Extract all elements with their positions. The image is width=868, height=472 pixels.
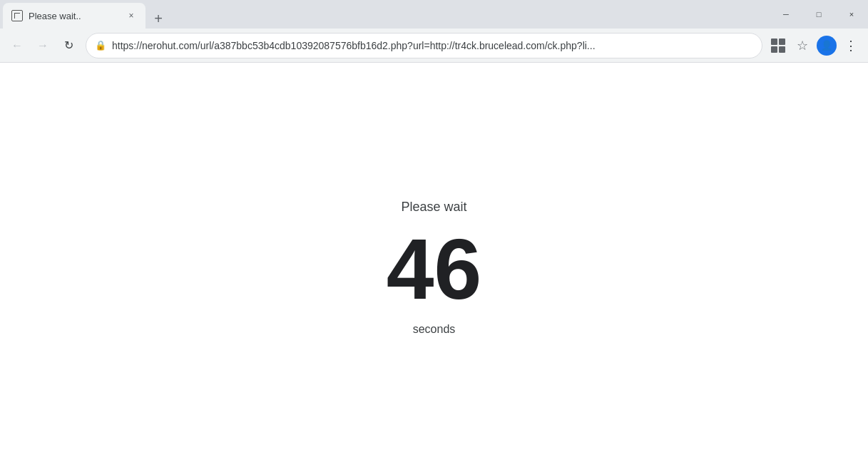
- tab-favicon: [11, 10, 23, 21]
- reload-button[interactable]: ↻: [57, 34, 80, 57]
- tab-title: Please wait..: [29, 11, 120, 21]
- nav-right-controls: ☆ 👤 ⋮: [768, 34, 862, 57]
- back-button[interactable]: ←: [6, 34, 29, 57]
- window-controls: ─ □ ×: [770, 0, 868, 29]
- page-content: Please wait 46 seconds: [0, 63, 868, 472]
- forward-button[interactable]: →: [31, 34, 54, 57]
- back-icon: ←: [11, 39, 23, 52]
- security-lock-icon: 🔒: [95, 40, 106, 51]
- seconds-label: seconds: [413, 323, 456, 336]
- url-text: https://nerohut.com/url/a387bbc53b4cdb10…: [112, 40, 753, 51]
- close-button[interactable]: ×: [835, 0, 868, 29]
- countdown-number: 46: [387, 226, 481, 312]
- extensions-grid-icon: [771, 39, 785, 53]
- browser-window: Please wait.. × + ─ □ × ← → ↻ 🔒 https://…: [0, 0, 868, 472]
- wait-label: Please wait: [401, 200, 466, 215]
- new-tab-button[interactable]: +: [148, 9, 168, 29]
- bookmark-button[interactable]: ☆: [791, 34, 814, 57]
- active-tab[interactable]: Please wait.. ×: [3, 3, 145, 29]
- menu-dots-icon: ⋮: [844, 38, 858, 53]
- reload-icon: ↻: [64, 39, 73, 52]
- maximize-button[interactable]: □: [802, 0, 835, 29]
- navigation-bar: ← → ↻ 🔒 https://nerohut.com/url/a387bbc5…: [0, 29, 868, 63]
- tab-strip: Please wait.. × +: [0, 0, 770, 29]
- star-icon: ☆: [797, 38, 808, 53]
- profile-button[interactable]: 👤: [817, 36, 837, 56]
- profile-avatar-icon: 👤: [821, 40, 832, 51]
- extensions-button[interactable]: [768, 36, 788, 56]
- tab-close-button[interactable]: ×: [126, 10, 137, 21]
- forward-icon: →: [37, 39, 48, 52]
- minimize-button[interactable]: ─: [770, 0, 802, 29]
- address-bar[interactable]: 🔒 https://nerohut.com/url/a387bbc53b4cdb…: [86, 33, 762, 58]
- menu-button[interactable]: ⋮: [839, 34, 862, 57]
- title-bar: Please wait.. × + ─ □ ×: [0, 0, 868, 29]
